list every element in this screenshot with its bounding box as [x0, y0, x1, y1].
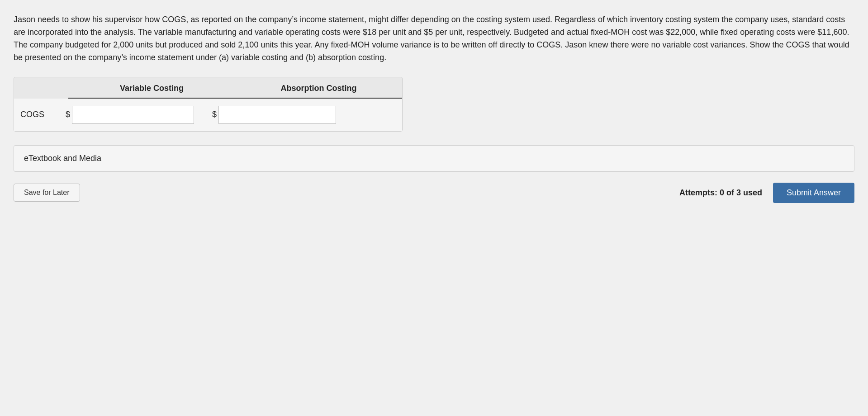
table-header-row: Variable Costing Absorption Costing	[14, 77, 402, 99]
attempts-text: Attempts: 0 of 3 used	[679, 188, 762, 198]
etextbook-label: eTextbook and Media	[24, 154, 101, 163]
problem-text: Jason needs to show his supervisor how C…	[14, 14, 854, 64]
dollar-sign-1: $	[66, 110, 70, 119]
etextbook-section: eTextbook and Media	[14, 145, 854, 172]
absorption-costing-input[interactable]	[218, 106, 336, 124]
save-for-later-button[interactable]: Save for Later	[14, 184, 80, 202]
dollar-sign-2: $	[212, 110, 217, 119]
variable-costing-header: Variable Costing	[68, 77, 235, 99]
submit-answer-button[interactable]: Submit Answer	[773, 183, 854, 203]
absorption-costing-header: Absorption Costing	[235, 77, 402, 99]
bottom-bar: Save for Later Attempts: 0 of 3 used Sub…	[14, 183, 854, 203]
right-section: Attempts: 0 of 3 used Submit Answer	[679, 183, 854, 203]
variable-costing-input[interactable]	[72, 106, 194, 124]
table-container: Variable Costing Absorption Costing COGS…	[14, 77, 403, 132]
cogs-row: COGS $ $	[14, 99, 402, 131]
header-spacer	[14, 77, 68, 99]
row-label: COGS	[20, 110, 57, 119]
